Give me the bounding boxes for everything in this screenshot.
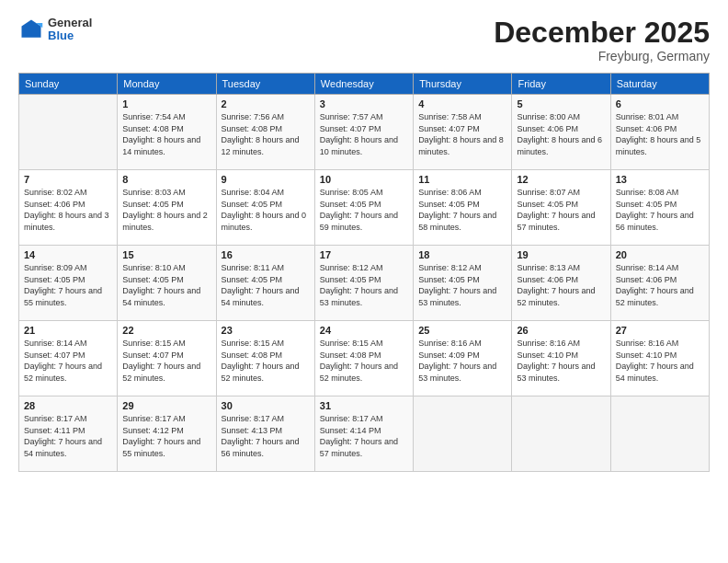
sunrise-label: Sunrise: 7:57 AM (320, 112, 383, 121)
col-friday: Friday (512, 74, 610, 95)
sunrise-label: Sunrise: 8:03 AM (122, 188, 186, 197)
table-cell: 4 Sunrise: 7:58 AM Sunset: 4:07 PM Dayli… (414, 95, 512, 170)
table-cell: 25 Sunrise: 8:16 AM Sunset: 4:09 PM Dayl… (414, 321, 512, 396)
day-info: Sunrise: 8:16 AM Sunset: 4:09 PM Dayligh… (418, 338, 506, 384)
day-number: 14 (24, 249, 112, 260)
day-number: 13 (616, 174, 704, 185)
daylight-label: Daylight: 7 hours and 53 minutes. (418, 286, 496, 307)
day-number: 9 (222, 174, 310, 185)
day-info: Sunrise: 8:07 AM Sunset: 4:05 PM Dayligh… (517, 187, 605, 233)
col-saturday: Saturday (610, 74, 709, 95)
logo-blue: Blue (48, 29, 92, 42)
day-info: Sunrise: 8:16 AM Sunset: 4:10 PM Dayligh… (616, 338, 704, 384)
daylight-label: Daylight: 7 hours and 58 minutes. (418, 211, 496, 232)
day-number: 17 (320, 249, 408, 260)
day-info: Sunrise: 8:16 AM Sunset: 4:10 PM Dayligh… (517, 338, 605, 384)
daylight-label: Daylight: 7 hours and 59 minutes. (320, 211, 398, 232)
day-info: Sunrise: 8:06 AM Sunset: 4:05 PM Dayligh… (418, 187, 506, 233)
table-cell: 3 Sunrise: 7:57 AM Sunset: 4:07 PM Dayli… (314, 95, 413, 170)
daylight-label: Daylight: 7 hours and 52 minutes. (517, 286, 595, 307)
table-cell (610, 396, 709, 472)
sunset-label: Sunset: 4:13 PM (222, 426, 283, 435)
title-block: December 2025 Freyburg, Germany (494, 17, 710, 63)
day-number: 6 (616, 98, 704, 109)
month-title: December 2025 (494, 17, 710, 49)
sunrise-label: Sunrise: 8:09 AM (24, 263, 87, 272)
sunrise-label: Sunrise: 8:11 AM (222, 263, 285, 272)
day-number: 28 (24, 400, 112, 411)
table-cell: 9 Sunrise: 8:04 AM Sunset: 4:05 PM Dayli… (216, 170, 314, 246)
day-number: 10 (320, 174, 408, 185)
sunset-label: Sunset: 4:10 PM (517, 350, 578, 360)
sunset-label: Sunset: 4:06 PM (616, 124, 677, 133)
sunrise-label: Sunrise: 7:58 AM (418, 112, 482, 121)
day-info: Sunrise: 8:15 AM Sunset: 4:08 PM Dayligh… (320, 338, 408, 384)
day-number: 16 (222, 249, 310, 260)
table-cell: 2 Sunrise: 7:56 AM Sunset: 4:08 PM Dayli… (216, 95, 314, 170)
daylight-label: Daylight: 7 hours and 54 minutes. (122, 286, 200, 307)
sunrise-label: Sunrise: 8:12 AM (418, 263, 482, 272)
table-cell: 16 Sunrise: 8:11 AM Sunset: 4:05 PM Dayl… (216, 246, 314, 321)
sunset-label: Sunset: 4:08 PM (222, 350, 283, 360)
day-number: 8 (122, 174, 210, 185)
table-cell: 1 Sunrise: 7:54 AM Sunset: 4:08 PM Dayli… (118, 95, 216, 170)
daylight-label: Daylight: 7 hours and 54 minutes. (222, 286, 300, 307)
day-number: 21 (24, 325, 112, 336)
table-cell: 15 Sunrise: 8:10 AM Sunset: 4:05 PM Dayl… (118, 246, 216, 321)
daylight-label: Daylight: 8 hours and 14 minutes. (122, 135, 200, 156)
day-info: Sunrise: 8:01 AM Sunset: 4:06 PM Dayligh… (616, 111, 704, 157)
day-info: Sunrise: 8:14 AM Sunset: 4:06 PM Dayligh… (616, 262, 704, 308)
day-info: Sunrise: 8:05 AM Sunset: 4:05 PM Dayligh… (320, 187, 408, 233)
day-number: 15 (122, 249, 210, 260)
sunrise-label: Sunrise: 8:10 AM (122, 263, 186, 272)
sunset-label: Sunset: 4:10 PM (616, 350, 677, 360)
daylight-label: Daylight: 7 hours and 57 minutes. (320, 437, 398, 458)
table-cell: 21 Sunrise: 8:14 AM Sunset: 4:07 PM Dayl… (19, 321, 118, 396)
table-cell: 22 Sunrise: 8:15 AM Sunset: 4:07 PM Dayl… (118, 321, 216, 396)
sunrise-label: Sunrise: 8:17 AM (122, 414, 186, 423)
sunrise-label: Sunrise: 8:12 AM (320, 263, 383, 272)
day-number: 12 (517, 174, 605, 185)
sunrise-label: Sunrise: 8:06 AM (418, 188, 482, 197)
sunrise-label: Sunrise: 8:17 AM (222, 414, 285, 423)
location: Freyburg, Germany (494, 49, 710, 63)
day-info: Sunrise: 7:58 AM Sunset: 4:07 PM Dayligh… (418, 111, 506, 157)
table-cell (19, 95, 118, 170)
table-cell: 28 Sunrise: 8:17 AM Sunset: 4:11 PM Dayl… (19, 396, 118, 472)
day-number: 7 (24, 174, 112, 185)
table-cell: 23 Sunrise: 8:15 AM Sunset: 4:08 PM Dayl… (216, 321, 314, 396)
week-row-5: 28 Sunrise: 8:17 AM Sunset: 4:11 PM Dayl… (19, 396, 710, 472)
sunset-label: Sunset: 4:07 PM (320, 124, 381, 133)
week-row-2: 7 Sunrise: 8:02 AM Sunset: 4:06 PM Dayli… (19, 170, 710, 246)
sunrise-label: Sunrise: 8:16 AM (418, 339, 482, 348)
sunset-label: Sunset: 4:14 PM (320, 426, 381, 435)
day-info: Sunrise: 8:17 AM Sunset: 4:13 PM Dayligh… (222, 413, 310, 459)
sunset-label: Sunset: 4:05 PM (122, 275, 184, 284)
calendar-table: Sunday Monday Tuesday Wednesday Thursday… (18, 73, 710, 472)
sunset-label: Sunset: 4:06 PM (517, 275, 578, 284)
daylight-label: Daylight: 7 hours and 52 minutes. (222, 362, 300, 383)
sunset-label: Sunset: 4:09 PM (418, 350, 480, 360)
table-cell (512, 396, 610, 472)
daylight-label: Daylight: 7 hours and 52 minutes. (24, 362, 102, 383)
col-thursday: Thursday (414, 74, 512, 95)
sunset-label: Sunset: 4:05 PM (320, 275, 381, 284)
sunrise-label: Sunrise: 8:14 AM (616, 263, 679, 272)
daylight-label: Daylight: 7 hours and 52 minutes. (122, 362, 200, 383)
day-number: 31 (320, 400, 408, 411)
day-info: Sunrise: 8:03 AM Sunset: 4:05 PM Dayligh… (122, 187, 210, 233)
sunrise-label: Sunrise: 8:16 AM (616, 339, 679, 348)
sunrise-label: Sunrise: 8:13 AM (517, 263, 580, 272)
day-info: Sunrise: 8:08 AM Sunset: 4:05 PM Dayligh… (616, 187, 704, 233)
table-cell: 11 Sunrise: 8:06 AM Sunset: 4:05 PM Dayl… (414, 170, 512, 246)
sunset-label: Sunset: 4:07 PM (24, 350, 85, 360)
day-number: 23 (222, 325, 310, 336)
table-cell: 31 Sunrise: 8:17 AM Sunset: 4:14 PM Dayl… (314, 396, 413, 472)
day-info: Sunrise: 8:04 AM Sunset: 4:05 PM Dayligh… (222, 187, 310, 233)
sunset-label: Sunset: 4:06 PM (24, 200, 85, 209)
day-number: 22 (122, 325, 210, 336)
sunset-label: Sunset: 4:08 PM (122, 124, 184, 133)
daylight-label: Daylight: 7 hours and 57 minutes. (517, 211, 595, 232)
sunset-label: Sunset: 4:06 PM (517, 124, 578, 133)
day-info: Sunrise: 7:57 AM Sunset: 4:07 PM Dayligh… (320, 111, 408, 157)
